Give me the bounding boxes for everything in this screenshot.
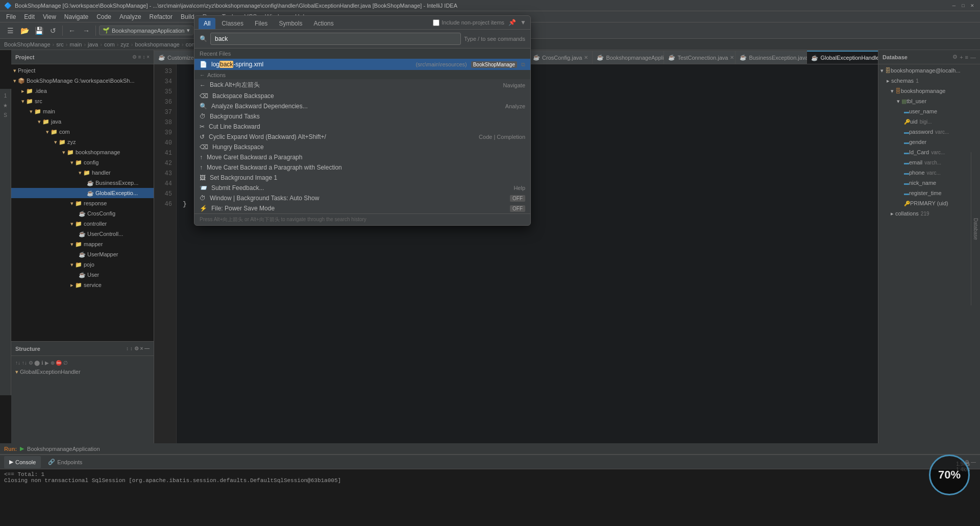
minimize-button[interactable]: ─	[950, 2, 958, 9]
search-tab-files[interactable]: Files	[250, 18, 273, 29]
action-label: Set Background Image 1	[210, 174, 277, 181]
search-tab-classes[interactable]: Classes	[216, 18, 249, 29]
action-label: Hungry Backspace	[212, 144, 264, 151]
action-cyclic-expand[interactable]: ↺ Cyclic Expand Word (Backward) Alt+Shif…	[194, 132, 530, 142]
action-icon: ⚡	[200, 205, 207, 212]
result-label: logback-spring.xml	[211, 61, 263, 68]
search-hint: Type / to see commands	[464, 36, 525, 42]
search-footer-text: Press Alt+向上箭头 or Alt+向下箭头 to navigate t…	[200, 217, 366, 222]
action-category: Help	[513, 185, 525, 191]
title-bar: 🔷 BookShopManage [G:\workspace\BookShopM…	[0, 0, 980, 11]
action-label: Background Tasks	[210, 113, 260, 120]
include-non-project-checkbox[interactable]	[433, 19, 439, 26]
app-icon: 🔷	[4, 2, 12, 9]
pin-icon[interactable]: 📌	[508, 19, 516, 26]
action-analyze-backward[interactable]: 🔍 Analyze Backward Dependencies... Analy…	[194, 101, 530, 111]
include-non-project-option[interactable]: Include non-project items	[433, 19, 504, 26]
action-move-caret-backward[interactable]: ↑ Move Caret Backward a Paragraph	[194, 152, 530, 162]
action-back[interactable]: ← Back Alt+向左箭头 Navigate	[194, 79, 530, 91]
search-footer: Press Alt+向上箭头 or Alt+向下箭头 to navigate t…	[194, 213, 530, 225]
action-icon: ←	[200, 82, 206, 89]
search-overlay: All Classes Files Symbols Actions Includ…	[194, 15, 531, 226]
action-move-caret-backward-sel[interactable]: ↑ Move Caret Backward a Paragraph with S…	[194, 162, 530, 173]
search-input[interactable]	[210, 33, 461, 45]
toolbar-separator-1	[62, 26, 63, 36]
search-tab-actions[interactable]: Actions	[308, 18, 338, 29]
action-label: Backspace Backspace	[212, 92, 274, 100]
action-icon: ⌫	[200, 144, 208, 151]
search-icon: 🔍	[200, 35, 207, 42]
search-result-logback[interactable]: 📄 logback-spring.xml (src\main\resources…	[194, 59, 530, 70]
run-config-dropdown-icon: ▾	[187, 27, 190, 34]
action-label: Back Alt+向左箭头	[210, 81, 260, 89]
window-title: BookShopManage [G:\workspace\BookShopMan…	[15, 3, 950, 9]
toolbar-refresh-button[interactable]: ↺	[47, 25, 59, 37]
action-toggle[interactable]: OFF	[510, 195, 525, 201]
toolbar-save-button[interactable]: 💾	[33, 25, 45, 37]
menu-view[interactable]: View	[39, 12, 60, 21]
action-label: Cut Line Backward	[209, 123, 260, 130]
menu-refactor[interactable]: Refactor	[145, 12, 177, 21]
run-config-icon: 🌱	[103, 27, 110, 34]
toggle-off-1: OFF	[510, 195, 525, 202]
action-icon: ↑	[200, 164, 203, 171]
search-results: Recent Files 📄 logback-spring.xml (src\m…	[194, 49, 530, 213]
action-category: Analyze	[505, 103, 525, 109]
action-label: Move Caret Backward a Paragraph with Sel…	[207, 164, 342, 171]
result-badge: BookShopManage	[471, 61, 517, 68]
search-tab-all[interactable]: All	[199, 18, 215, 29]
menu-navigate[interactable]: Navigate	[60, 12, 92, 21]
menu-file[interactable]: File	[2, 12, 20, 21]
action-icon: ↑	[200, 154, 203, 161]
action-category: Code | Completion	[479, 134, 525, 140]
toolbar-separator-2	[95, 26, 96, 36]
menu-code[interactable]: Code	[92, 12, 115, 21]
toolbar-open-button[interactable]: 📂	[18, 25, 31, 37]
action-toggle-2[interactable]: OFF	[510, 205, 525, 211]
run-config-combo[interactable]: 🌱 BookshopmanageApplication ▾	[99, 26, 193, 35]
actions-label: Actions	[207, 72, 226, 78]
action-submit-feedback[interactable]: 📨 Submit Feedback... Help	[194, 183, 530, 193]
action-shortcut: Navigate	[503, 82, 525, 88]
search-options: Include non-project items 📌 ▼	[433, 18, 526, 29]
menu-edit[interactable]: Edit	[20, 12, 39, 21]
action-label: Move Caret Backward a Paragraph	[207, 154, 302, 161]
toolbar-back-button[interactable]: ←	[66, 25, 78, 37]
result-icon: 📄	[200, 61, 207, 68]
actions-section-header: ← Actions	[194, 70, 530, 79]
action-label: Submit Feedback...	[211, 184, 264, 192]
action-icon: 🔍	[200, 103, 207, 110]
filter-icon[interactable]: ▼	[520, 19, 526, 26]
toggle-off-2: OFF	[510, 205, 525, 212]
window-controls: ─ □ ✕	[950, 2, 976, 9]
toolbar-forward-button[interactable]: →	[80, 25, 92, 37]
action-icon: ✂	[200, 123, 205, 130]
menu-analyze[interactable]: Analyze	[115, 12, 145, 21]
action-label: File: Power Save Mode	[211, 205, 275, 212]
search-tab-symbols[interactable]: Symbols	[274, 18, 307, 29]
search-input-area: 🔍 Type / to see commands	[194, 30, 530, 49]
action-power-save[interactable]: ⚡ File: Power Save Mode OFF	[194, 203, 530, 213]
result-copy-icon: ⧉	[521, 61, 525, 68]
action-icon: ⏱	[200, 113, 206, 120]
action-backspace[interactable]: ⌫ Backspace Backspace	[194, 91, 530, 101]
action-icon: ⏱	[200, 195, 206, 202]
search-tabs: All Classes Files Symbols Actions Includ…	[194, 16, 530, 30]
action-label: Window | Background Tasks: Auto Show	[210, 195, 319, 202]
action-hungry-backspace[interactable]: ⌫ Hungry Backspace	[194, 142, 530, 152]
action-icon: ↺	[200, 133, 205, 140]
run-config-label: BookshopmanageApplication	[112, 28, 185, 34]
maximize-button[interactable]: □	[960, 2, 967, 9]
action-icon: ⌫	[200, 92, 208, 100]
result-path: (src\main\resources)	[415, 61, 467, 67]
action-background-tasks[interactable]: ⏱ Background Tasks	[194, 111, 530, 122]
action-icon: 🖼	[200, 174, 206, 181]
action-set-background[interactable]: 🖼 Set Background Image 1	[194, 173, 530, 183]
action-background-tasks-auto-show[interactable]: ⏱ Window | Background Tasks: Auto Show O…	[194, 193, 530, 203]
action-cut-line-backward[interactable]: ✂ Cut Line Backward	[194, 122, 530, 132]
recent-files-label: Recent Files	[200, 51, 231, 57]
close-button[interactable]: ✕	[969, 2, 976, 9]
action-label: Cyclic Expand Word (Backward) Alt+Shift+…	[209, 133, 326, 140]
toolbar-menu-button[interactable]: ☰	[4, 25, 16, 37]
actions-arrow-icon: ←	[200, 72, 205, 78]
